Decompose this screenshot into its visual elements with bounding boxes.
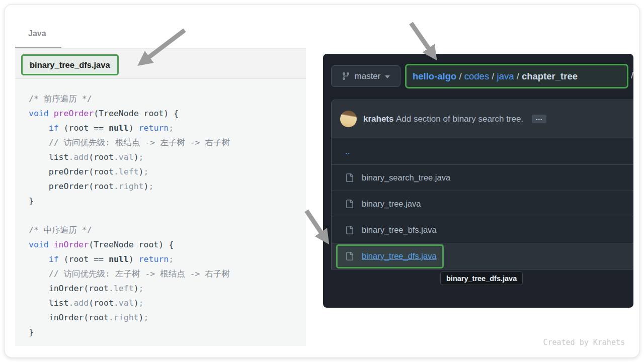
highlight-box-breadcrumb: hello-algo / codes / java / chapter_tree [405,64,628,88]
code-line: if (root == null) return; [29,121,306,135]
file-link[interactable]: binary_tree.java [362,199,421,209]
code-line: list.add(root.val); [29,150,306,164]
branch-name: master [355,71,381,81]
file-link[interactable]: binary_tree_bfs.java [362,225,437,235]
file-icon [345,173,354,182]
breadcrumb-segment-java[interactable]: java [497,71,514,81]
file-row[interactable]: binary_tree.java [332,191,633,217]
code-line: inOrder(root.right); [29,310,306,325]
avatar[interactable] [340,111,357,127]
tooltip-text: binary_tree_dfs.java [446,275,517,283]
breadcrumb-separator: / [456,71,464,81]
code-line: /* 中序遍历 */ [29,223,306,237]
code-line: // 访问优先级: 根结点 -> 左子树 -> 右子树 [29,135,306,150]
file-link[interactable]: binary_search_tree.java [362,173,450,183]
file-row[interactable]: binary_tree_bfs.java [332,217,633,243]
code-line: preOrder(root.left); [29,164,306,179]
commit-message[interactable]: Add section of binary search tree. [396,114,523,124]
file-icon [345,226,354,234]
breadcrumb-trailing-slash: / [631,70,633,81]
commit-author[interactable]: krahets [363,114,393,124]
page: Java binary_tree_dfs.java /* 前序遍历 */void… [0,0,644,362]
tab-java[interactable]: Java [28,29,46,38]
breadcrumb: hello-algo / codes / java / chapter_tree [413,71,578,82]
code-line: if (root == null) return; [29,252,306,266]
commit-more-button[interactable]: … [532,115,546,123]
breadcrumb-segment-codes[interactable]: codes [464,71,489,81]
tooltip: binary_tree_dfs.java [440,272,523,285]
code-line: // 访问优先级: 左子树 -> 根结点 -> 右子树 [29,266,306,281]
code-line: /* 前序遍历 */ [29,92,306,106]
git-branch-icon [342,72,350,80]
code-line [29,208,306,223]
breadcrumb-segment-hello-algo[interactable]: hello-algo [413,71,456,81]
file-row[interactable]: binary_search_tree.java [332,164,633,191]
breadcrumb-separator: / [514,71,522,81]
parent-directory-link[interactable]: .. [345,146,350,156]
code-line: } [29,194,306,208]
breadcrumb-separator: / [489,71,497,81]
code-line: } [29,325,306,339]
file-icon [345,200,354,208]
code-line: void inOrder(TreeNode root) { [29,237,306,252]
branch-selector-button[interactable]: master [331,65,400,87]
highlight-box-dfs-file [336,244,444,268]
code-title-bar: binary_tree_dfs.java [15,49,306,79]
code-line: void preOrder(TreeNode root) { [29,106,306,121]
code-line: preOrder(root.right); [29,179,306,194]
highlight-box-filename: binary_tree_dfs.java [21,54,119,75]
parent-directory-row[interactable]: .. [332,138,633,164]
code-line: inOrder(root.left); [29,281,306,296]
code-line: list.add(root.val); [29,296,306,310]
github-panel: master hello-algo / codes / java / chapt… [323,54,633,308]
code-filename: binary_tree_dfs.java [30,60,110,70]
latest-commit-bar: krahets Add section of binary search tre… [331,100,633,138]
code-block: /* 前序遍历 */void preOrder(TreeNode root) {… [15,79,306,346]
breadcrumb-segment-chapter_tree: chapter_tree [522,71,578,81]
chevron-down-icon [385,75,390,78]
credit-text: Created by Krahets [543,338,625,347]
